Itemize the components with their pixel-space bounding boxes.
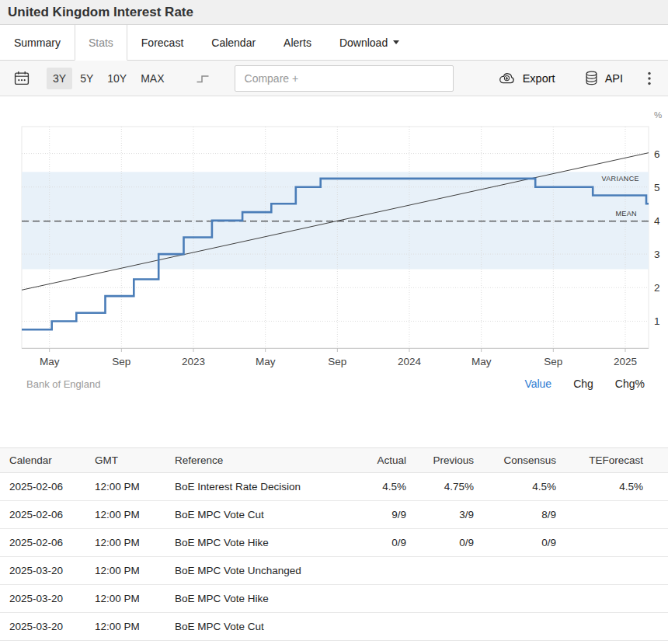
col-consensus: Consensus [483,448,565,473]
compare-input[interactable] [235,65,454,92]
tab-bar: Summary Stats Forecast Calendar Alerts D… [0,25,668,61]
cell-actual: 4.5% [361,473,416,501]
database-icon [585,71,598,85]
cell-consensus: 4.5% [483,473,565,501]
cell-previous: 0/9 [416,529,483,557]
cell-actual [361,613,416,641]
table-row[interactable]: 2025-03-2012:00 PMBoE MPC Vote Cut [0,613,668,641]
cell-gmt: 12:00 PM [85,529,165,557]
calendar-icon [14,71,30,85]
chart-source: Bank of England [26,378,100,390]
chg-link[interactable]: Chg [573,378,593,390]
range-5y-button[interactable]: 5Y [74,68,99,89]
tab-label: Alerts [284,37,311,49]
chart-card: MaySep2023MaySep2024MaySep2025123456%VAR… [0,96,668,390]
cell-previous [416,585,483,613]
cell-actual: 0/9 [361,529,416,557]
api-button[interactable]: API [583,68,625,89]
tab-forecast[interactable]: Forecast [127,25,197,61]
x-tick-label: 2025 [614,356,637,367]
api-label: API [605,72,623,85]
chart-mode-links: Value Chg Chg% [524,378,645,390]
range-10y-button[interactable]: 10Y [101,68,133,89]
col-reference: Reference [165,448,361,473]
cell-previous: 3/9 [416,501,483,529]
export-label: Export [523,72,555,85]
tab-label: Download [339,37,388,49]
cell-gmt: 12:00 PM [85,557,165,585]
tab-label: Stats [89,37,113,49]
x-tick-label: 2024 [398,356,422,367]
tab-label: Calendar [211,37,256,49]
x-tick-label: May [256,356,276,367]
cloud-download-icon [498,71,516,85]
cell-actual: 9/9 [361,501,416,529]
cell-gmt: 12:00 PM [85,473,165,501]
col-gmt: GMT [85,448,165,473]
range-3y-button[interactable]: 3Y [47,68,72,89]
chart-footer: Bank of England Value Chg Chg% [0,373,668,390]
y-tick-label: 3 [654,249,660,260]
table-row[interactable]: 2025-02-0612:00 PMBoE MPC Vote Cut9/93/9… [0,501,668,529]
table-row[interactable]: 2025-03-2012:00 PMBoE MPC Vote Hike [0,585,668,613]
variance-label: VARIANCE [601,175,639,183]
page-title: United Kingdom Interest Rate [8,5,660,19]
y-tick-label: 6 [654,148,660,160]
cell-calendar: 2025-02-06 [0,473,85,501]
tab-download[interactable]: Download [325,25,413,61]
x-tick-label: Sep [544,356,562,367]
col-calendar: Calendar [0,448,85,473]
range-selector: 3Y 5Y 10Y MAX [47,68,171,89]
chart-toolbar: 3Y 5Y 10Y MAX Export API [0,61,668,96]
tab-label: Summary [14,37,61,49]
table-row[interactable]: 2025-02-0612:00 PMBoE Interest Rate Deci… [0,473,668,501]
tab-stats[interactable]: Stats [75,25,127,61]
cell-actual [361,557,416,585]
cell-previous: 4.75% [416,473,483,501]
cell-gmt: 12:00 PM [85,613,165,641]
export-button[interactable]: Export [496,68,557,88]
y-tick-label: 5 [654,182,660,193]
y-tick-label: 2 [654,282,660,294]
calendar-table-section: Calendar GMT Reference Actual Previous C… [0,447,668,644]
cell-consensus [483,557,565,585]
range-max-button[interactable]: MAX [134,68,170,89]
tab-alerts[interactable]: Alerts [270,25,325,61]
unit-label: % [654,110,662,120]
cell-teforecast [565,585,668,613]
x-tick-label: 2023 [182,356,205,367]
calendar-table: Calendar GMT Reference Actual Previous C… [0,447,668,641]
cell-calendar: 2025-02-06 [0,529,85,557]
col-actual: Actual [361,448,416,473]
cell-reference: BoE MPC Vote Unchanged [165,557,361,585]
calendar-range-button[interactable] [11,68,33,89]
cell-reference: BoE MPC Vote Cut [165,613,361,641]
cell-consensus [483,613,565,641]
cell-teforecast [565,529,668,557]
y-tick-label: 4 [654,215,660,227]
rate-chart[interactable]: MaySep2023MaySep2024MaySep2025123456%VAR… [0,96,668,373]
table-row[interactable]: 2025-03-2012:00 PMBoE MPC Vote Unchanged [0,557,668,585]
cell-teforecast [565,557,668,585]
page-header: United Kingdom Interest Rate [0,0,668,25]
cell-previous [416,613,483,641]
table-header-row: Calendar GMT Reference Actual Previous C… [0,448,668,473]
cell-reference: BoE MPC Vote Hike [165,529,361,557]
tab-calendar[interactable]: Calendar [197,25,270,61]
cell-consensus [483,585,565,613]
cell-gmt: 12:00 PM [85,585,165,613]
value-link[interactable]: Value [524,378,551,390]
y-tick-label: 1 [654,315,660,327]
cell-gmt: 12:00 PM [85,501,165,529]
tab-summary[interactable]: Summary [0,25,75,61]
cell-teforecast [565,613,668,641]
more-options-button[interactable] [645,68,654,89]
cell-reference: BoE MPC Vote Cut [165,501,361,529]
x-tick-label: Sep [112,356,130,367]
table-row[interactable]: 2025-02-0612:00 PMBoE MPC Vote Hike0/90/… [0,529,668,557]
x-tick-label: Sep [328,356,346,367]
chart-type-button[interactable] [193,69,213,87]
chgpct-link[interactable]: Chg% [615,378,645,390]
cell-consensus: 0/9 [483,529,565,557]
tab-label: Forecast [141,37,183,49]
